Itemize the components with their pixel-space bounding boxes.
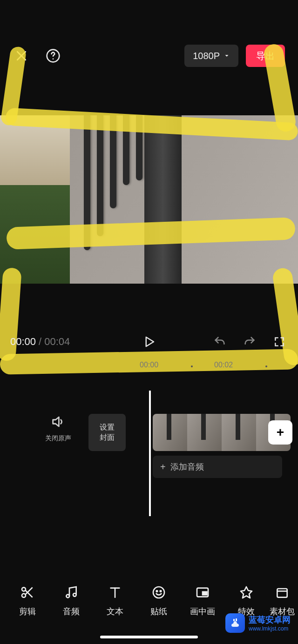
tool-label: 贴纸: [150, 606, 167, 617]
undo-button[interactable]: [211, 333, 228, 350]
svg-rect-22: [236, 618, 237, 621]
timeline[interactable]: 关闭原声 设置 封面 + + 添加音频: [0, 405, 298, 493]
svg-point-15: [156, 591, 158, 592]
time-current: 00:00: [10, 336, 36, 348]
export-button[interactable]: 导出: [246, 45, 285, 67]
timeline-ruler: 00:00 00:02: [0, 361, 298, 372]
svg-point-3: [53, 58, 54, 60]
music-icon: [64, 585, 79, 600]
close-button[interactable]: [13, 47, 30, 64]
svg-point-16: [160, 591, 162, 592]
playback-controls: 00:00 / 00:04: [0, 332, 298, 352]
mute-original-audio[interactable]: 关闭原声: [37, 414, 79, 443]
ruler-tick-dot: [265, 365, 267, 367]
top-left-group: [13, 47, 61, 64]
chime-tube: [110, 115, 116, 208]
ruler-tick-label: 00:00: [140, 361, 158, 369]
chime-tube: [123, 115, 129, 185]
help-button[interactable]: [45, 47, 61, 64]
preview-bg-curtain: [144, 115, 182, 284]
resolution-button[interactable]: 1080P: [184, 45, 238, 67]
add-clip-button[interactable]: +: [268, 420, 292, 445]
plus-icon: +: [160, 462, 166, 472]
undo-icon: [213, 335, 226, 348]
watermark-title: 蓝莓安卓网: [249, 614, 291, 625]
scissors-icon: [20, 585, 35, 600]
tool-sticker[interactable]: 贴纸: [137, 584, 181, 617]
fullscreen-button[interactable]: [271, 333, 288, 350]
plus-icon: +: [277, 425, 284, 440]
star-icon: [239, 585, 254, 600]
add-audio-label: 添加音频: [170, 461, 204, 472]
playback-right-group: [211, 333, 288, 350]
pip-icon: [195, 585, 210, 600]
redo-button[interactable]: [241, 333, 258, 350]
tool-audio[interactable]: 音频: [49, 584, 93, 617]
top-right-group: 1080P 导出: [184, 45, 285, 67]
redo-icon: [243, 335, 256, 348]
help-icon: [46, 48, 61, 63]
text-icon: [108, 585, 122, 600]
play-button[interactable]: [141, 333, 157, 350]
play-icon: [142, 335, 156, 349]
video-preview[interactable]: [0, 115, 298, 284]
resolution-label: 1080P: [193, 51, 220, 61]
sticker-icon: [151, 585, 166, 600]
speaker-icon: [50, 414, 66, 430]
clip-thumbnail: [187, 414, 222, 451]
preview-bg-lawn: [0, 185, 70, 284]
chime-tube: [136, 115, 142, 180]
fullscreen-icon: [273, 336, 285, 348]
material-icon: [275, 585, 290, 600]
watermark-badge-icon: [225, 613, 245, 633]
svg-marker-19: [241, 587, 252, 598]
watermark: 蓝莓安卓网 www.lmkjst.com: [222, 611, 294, 635]
preview-bg-wall: [70, 115, 298, 284]
mute-label: 关闭原声: [37, 434, 79, 443]
svg-marker-5: [53, 417, 59, 426]
home-indicator: [100, 636, 198, 638]
ruler-tick-label: 00:02: [214, 361, 233, 369]
time-separator: /: [39, 336, 41, 348]
export-label: 导出: [256, 50, 275, 62]
chevron-down-icon: [224, 53, 230, 59]
svg-point-10: [66, 595, 69, 598]
svg-point-11: [73, 593, 76, 597]
svg-rect-21: [233, 619, 235, 621]
svg-marker-4: [146, 337, 154, 346]
preview-bg-building: [0, 115, 70, 185]
svg-rect-18: [203, 592, 207, 595]
tool-label: 剪辑: [19, 606, 36, 617]
time-duration: 00:04: [44, 336, 70, 348]
svg-point-14: [153, 587, 164, 598]
tool-label: 画中画: [190, 606, 215, 617]
watermark-url: www.lmkjst.com: [249, 625, 291, 632]
tool-pip[interactable]: 画中画: [181, 584, 224, 617]
chime-tube: [84, 115, 90, 250]
ruler-tick-dot: [191, 365, 193, 367]
tool-edit[interactable]: 剪辑: [6, 584, 49, 617]
svg-rect-20: [277, 589, 287, 598]
tool-text[interactable]: 文本: [93, 584, 137, 617]
playhead[interactable]: [149, 391, 151, 516]
clip-thumbnail: [153, 414, 187, 451]
chime-tube: [97, 115, 103, 236]
cover-label-line: 封面: [100, 432, 115, 443]
top-toolbar: 1080P 导出: [0, 43, 298, 69]
set-cover-button[interactable]: 设置 封面: [88, 414, 126, 451]
tool-label: 音频: [63, 606, 80, 617]
close-icon: [14, 49, 28, 63]
tool-label: 文本: [107, 606, 123, 617]
cover-label-line: 设置: [100, 422, 115, 432]
clip-thumbnail: [222, 414, 256, 451]
add-audio-button[interactable]: + 添加音频: [153, 456, 282, 478]
